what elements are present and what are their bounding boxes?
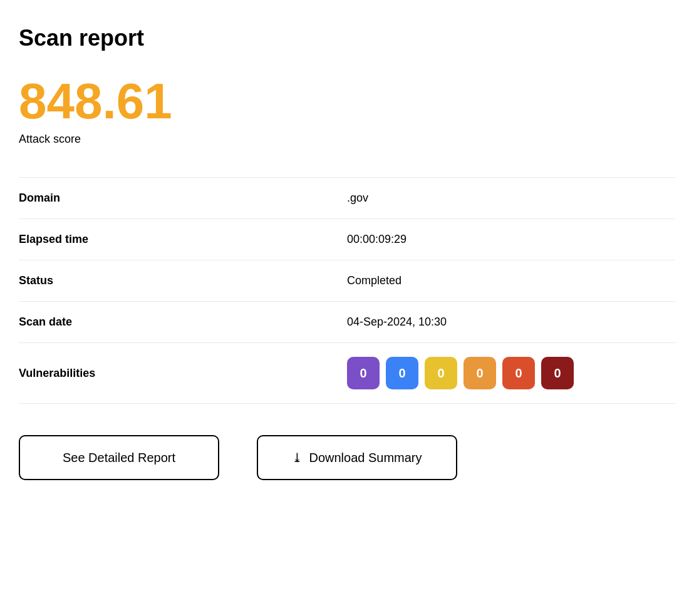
download-icon: ⤓	[292, 450, 303, 465]
status-label: Status	[19, 260, 347, 302]
download-summary-button[interactable]: ⤓ Download Summary	[257, 435, 457, 480]
status-value: Completed	[347, 260, 675, 302]
domain-value: .gov	[347, 178, 675, 219]
domain-row: Domain .gov	[19, 178, 675, 219]
vulnerabilities-badges-cell: 000000	[347, 343, 675, 404]
status-row: Status Completed	[19, 260, 675, 302]
page-title: Scan report	[19, 25, 675, 51]
buttons-row: See Detailed Report ⤓ Download Summary	[19, 435, 675, 480]
elapsed-time-value: 00:00:09:29	[347, 219, 675, 260]
vuln-badge-1: 0	[386, 357, 418, 389]
vuln-badge-3: 0	[464, 357, 496, 389]
see-detailed-report-button[interactable]: See Detailed Report	[19, 435, 219, 480]
elapsed-time-label: Elapsed time	[19, 219, 347, 260]
scan-date-label: Scan date	[19, 302, 347, 343]
attack-score-value: 848.61	[19, 76, 675, 126]
attack-score-label: Attack score	[19, 133, 675, 146]
scan-date-value: 04-Sep-2024, 10:30	[347, 302, 675, 343]
elapsed-time-row: Elapsed time 00:00:09:29	[19, 219, 675, 260]
domain-label: Domain	[19, 178, 347, 219]
vulnerability-badges: 000000	[347, 357, 675, 389]
vuln-badge-2: 0	[425, 357, 457, 389]
vuln-badge-4: 0	[502, 357, 535, 389]
vuln-badge-0: 0	[347, 357, 380, 389]
info-table: Domain .gov Elapsed time 00:00:09:29 Sta…	[19, 177, 675, 404]
scan-date-row: Scan date 04-Sep-2024, 10:30	[19, 302, 675, 343]
download-summary-label: Download Summary	[309, 451, 422, 465]
vulnerabilities-row: Vulnerabilities 000000	[19, 343, 675, 404]
vulnerabilities-label: Vulnerabilities	[19, 343, 347, 404]
vuln-badge-5: 0	[541, 357, 574, 389]
